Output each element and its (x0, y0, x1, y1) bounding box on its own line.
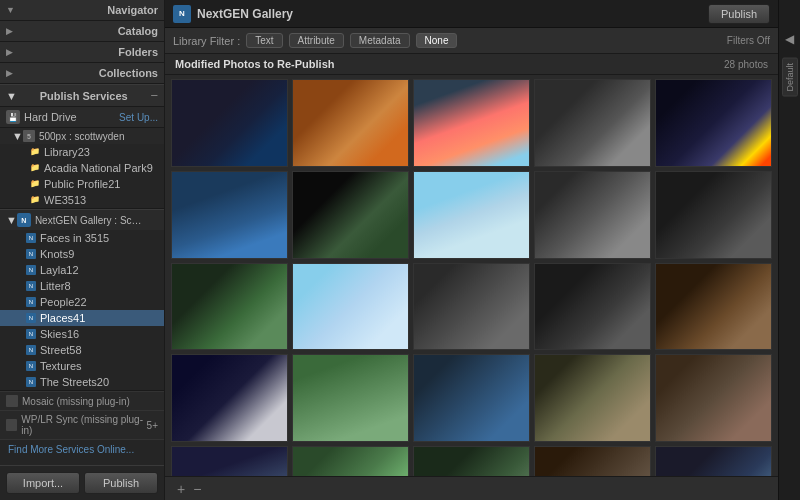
nextgen-skies-count: 16 (67, 328, 79, 340)
folder-icon-4: 📁 (30, 195, 40, 205)
500px-label: 500px : scottwyden (39, 131, 125, 142)
photo-grid-container[interactable] (165, 75, 778, 476)
ng-folder-icon-3: N (26, 265, 36, 275)
folder-icon: 📁 (30, 147, 40, 157)
ng-folder-icon-6: N (26, 313, 36, 323)
500px-we35-label: WE35 (44, 194, 74, 206)
nextgen-header[interactable]: ▼ N NextGEN Gallery : ScottWyde... (0, 209, 164, 230)
ng-folder-icon-5: N (26, 297, 36, 307)
publish-services-label: Publish Services (40, 90, 128, 102)
collections-label: Collections (99, 67, 158, 79)
ng-folder-icon: N (26, 233, 36, 243)
nextgen-street-label: Street (40, 344, 69, 356)
nextgen-faces-label: Faces in 35 (40, 232, 97, 244)
photo-thumb-6[interactable] (171, 171, 288, 259)
photo-thumb-2[interactable] (292, 79, 409, 167)
photo-thumb-25[interactable] (655, 446, 772, 476)
photo-thumb-18[interactable] (413, 354, 530, 442)
500px-we35-item[interactable]: 📁 WE35 13 (0, 192, 164, 208)
nextgen-places-item[interactable]: N Places 41 (0, 310, 164, 326)
photo-thumb-21[interactable] (171, 446, 288, 476)
default-panel-button[interactable]: Default (782, 58, 798, 97)
folders-header[interactable]: ▶ Folders (0, 42, 164, 63)
right-panel-collapse-arrow[interactable]: ◀ (783, 30, 796, 48)
text-filter-button[interactable]: Text (246, 33, 282, 48)
hard-drive-header[interactable]: 💾 Hard Drive Set Up... (0, 107, 164, 127)
import-button[interactable]: Import... (6, 472, 80, 494)
photo-thumb-4[interactable] (534, 79, 651, 167)
photo-thumb-8[interactable] (413, 171, 530, 259)
nextgen-layla-item[interactable]: N Layla 12 (0, 262, 164, 278)
500px-header[interactable]: ▼ 5 500px : scottwyden (0, 128, 164, 144)
photo-thumb-12[interactable] (292, 263, 409, 351)
find-more-link[interactable]: Find More Services Online... (0, 439, 164, 459)
photo-thumb-14[interactable] (534, 263, 651, 351)
section-header: Modified Photos to Re-Publish 28 photos (165, 54, 778, 75)
nextgen-places-label: Places (40, 312, 73, 324)
collections-header[interactable]: ▶ Collections (0, 63, 164, 84)
nextgen-people-count: 22 (74, 296, 86, 308)
photo-count: 28 photos (724, 59, 768, 70)
photo-thumb-9[interactable] (534, 171, 651, 259)
navigator-header[interactable]: ▼ Navigator (0, 0, 164, 21)
publish-top-button[interactable]: Publish (708, 4, 770, 24)
publish-services-header[interactable]: ▼ Publish Services − (0, 84, 164, 107)
nextgen-people-item[interactable]: N People 22 (0, 294, 164, 310)
wplr-label: WP/LR Sync (missing plug-in) (21, 414, 146, 436)
nextgen-group: ▼ N NextGEN Gallery : ScottWyde... N Fac… (0, 209, 164, 391)
attribute-filter-button[interactable]: Attribute (289, 33, 344, 48)
nextgen-textures-item[interactable]: N Textures (0, 358, 164, 374)
catalog-header[interactable]: ▶ Catalog (0, 21, 164, 42)
ng-folder-icon-2: N (26, 249, 36, 259)
500px-library-item[interactable]: 📁 Library 23 (0, 144, 164, 160)
none-filter-button[interactable]: None (416, 33, 458, 48)
photo-grid (171, 79, 772, 476)
add-collection-button[interactable]: + (173, 481, 189, 497)
publish-services-minus[interactable]: − (150, 89, 158, 102)
remove-collection-button[interactable]: − (189, 481, 205, 497)
500px-acadia-label: Acadia National Park (44, 162, 147, 174)
photo-thumb-20[interactable] (655, 354, 772, 442)
photo-thumb-10[interactable] (655, 171, 772, 259)
nextgen-street-count: 58 (69, 344, 81, 356)
nextgen-street-item[interactable]: N Street 58 (0, 342, 164, 358)
nextgen-streets-item[interactable]: N The Streets 20 (0, 374, 164, 390)
photo-thumb-7[interactable] (292, 171, 409, 259)
set-up-button[interactable]: Set Up... (119, 112, 158, 123)
photo-thumb-22[interactable] (292, 446, 409, 476)
500px-group: ▼ 5 500px : scottwyden 📁 Library 23 📁 Ac… (0, 128, 164, 209)
top-bar: N NextGEN Gallery Publish (165, 0, 778, 28)
nextgen-layla-count: 12 (66, 264, 78, 276)
mosaic-plugin-item[interactable]: Mosaic (missing plug-in) (0, 391, 164, 410)
publish-bottom-button[interactable]: Publish (84, 472, 158, 494)
nextgen-skies-label: Skies (40, 328, 67, 340)
photo-thumb-1[interactable] (171, 79, 288, 167)
500px-library-count: 23 (78, 146, 90, 158)
500px-we35-count: 13 (74, 194, 86, 206)
photo-thumb-5[interactable] (655, 79, 772, 167)
photo-thumb-23[interactable] (413, 446, 530, 476)
metadata-filter-button[interactable]: Metadata (350, 33, 410, 48)
mosaic-label: Mosaic (missing plug-in) (22, 396, 130, 407)
nextgen-people-label: People (40, 296, 74, 308)
500px-profile-item[interactable]: 📁 Public Profile 21 (0, 176, 164, 192)
wplr-plugin-item[interactable]: WP/LR Sync (missing plug-in) 5+ (0, 410, 164, 439)
hard-drive-label: Hard Drive (24, 111, 77, 123)
photo-thumb-17[interactable] (292, 354, 409, 442)
photo-thumb-15[interactable] (655, 263, 772, 351)
nextgen-knots-item[interactable]: N Knots 9 (0, 246, 164, 262)
photo-thumb-24[interactable] (534, 446, 651, 476)
nextgen-litter-item[interactable]: N Litter 8 (0, 278, 164, 294)
photo-thumb-13[interactable] (413, 263, 530, 351)
nextgen-thestreets-count: 20 (97, 376, 109, 388)
photo-thumb-11[interactable] (171, 263, 288, 351)
500px-arrow: ▼ (12, 130, 23, 142)
publish-services-arrow: ▼ (6, 90, 17, 102)
photo-thumb-16[interactable] (171, 354, 288, 442)
filter-label: Library Filter : (173, 35, 240, 47)
photo-thumb-3[interactable] (413, 79, 530, 167)
500px-acadia-item[interactable]: 📁 Acadia National Park 9 (0, 160, 164, 176)
nextgen-faces-item[interactable]: N Faces in 35 15 (0, 230, 164, 246)
nextgen-skies-item[interactable]: N Skies 16 (0, 326, 164, 342)
photo-thumb-19[interactable] (534, 354, 651, 442)
